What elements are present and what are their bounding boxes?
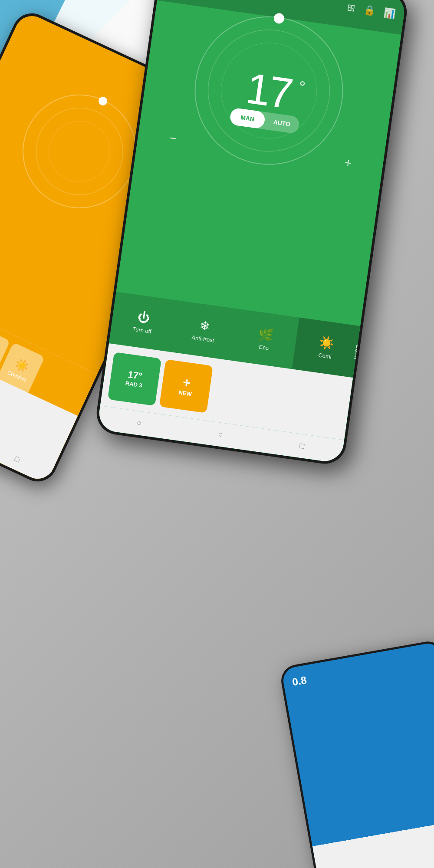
mode-comfort-green[interactable]: ☀️ Comi Comi <box>292 318 360 378</box>
room-rad3[interactable]: 17° RAD 3 <box>108 352 161 406</box>
svg-point-3 <box>97 95 109 107</box>
svg-point-2 <box>39 111 120 192</box>
chart-icon[interactable]: 📊 <box>383 7 396 20</box>
lock-icon[interactable]: 🔒 <box>363 4 376 17</box>
turnoff-icon: ⏻ <box>137 309 151 326</box>
grid-icon[interactable]: ⊞ <box>346 2 355 14</box>
svg-point-7 <box>273 13 285 24</box>
new-label-green: NEW <box>178 389 192 398</box>
comfort-label-green: Comi <box>318 352 332 360</box>
home-button-green[interactable]: ○ <box>136 418 142 428</box>
green-temp-display: 17 ° <box>243 66 294 115</box>
mode-eco-green[interactable]: 🌿 Eco <box>231 309 299 369</box>
antifrost-label: Anti-frost <box>191 334 215 344</box>
add-icon-green: + <box>182 375 191 391</box>
plus-button[interactable]: + <box>338 153 358 173</box>
recents-button-orange[interactable]: □ <box>13 454 22 464</box>
mode-antifrost[interactable]: ❄ Anti-frost <box>170 300 238 361</box>
antifrost-icon: ❄ <box>199 318 210 334</box>
mode-turnoff[interactable]: ⏻ Turn off <box>109 292 177 352</box>
turnoff-label: Turn off <box>132 326 152 335</box>
recents-button-green[interactable]: □ <box>299 441 305 451</box>
eco-icon-green: 🌿 <box>257 326 274 343</box>
room-new-green[interactable]: + NEW <box>159 359 213 413</box>
minus-button[interactable]: − <box>163 128 182 148</box>
eco-label-green: Eco <box>259 343 269 351</box>
svg-point-1 <box>22 94 137 209</box>
comfort-icon-green: ☀️ <box>318 335 335 352</box>
blue-rooms-bar <box>320 864 434 868</box>
home-button-green2[interactable]: ○ <box>217 430 224 439</box>
